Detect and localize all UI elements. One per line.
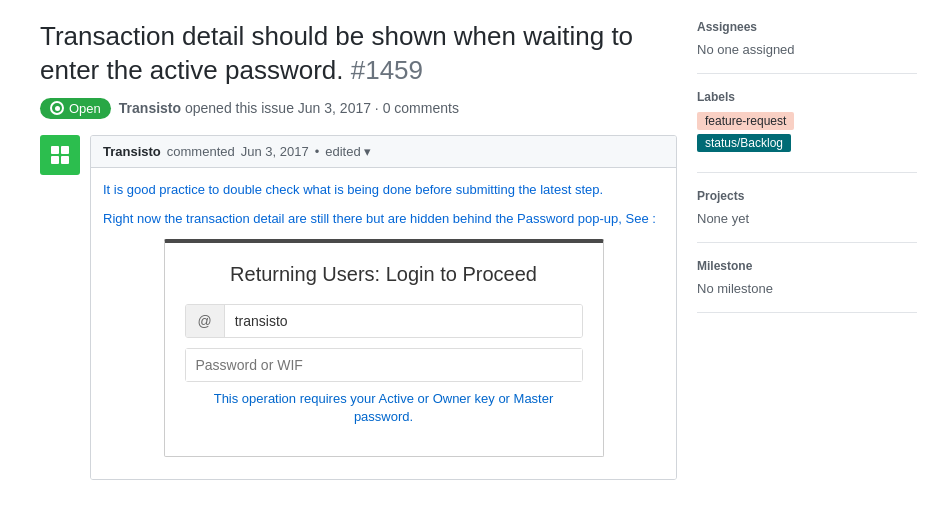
issue-title: Transaction detail should be shown when … <box>40 20 677 88</box>
milestone-value: No milestone <box>697 281 917 296</box>
milestone-section: Milestone No milestone <box>697 243 917 313</box>
author-name[interactable]: Transisto <box>119 100 181 116</box>
comment-line1: It is good practice to double check what… <box>103 180 664 200</box>
projects-value: None yet <box>697 211 917 226</box>
assignees-section: Assignees No one assigned <box>697 20 917 74</box>
open-icon <box>50 101 64 115</box>
issue-meta: Open Transisto opened this issue Jun 3, … <box>40 98 677 119</box>
issue-author: Transisto opened this issue Jun 3, 2017 … <box>119 100 459 116</box>
issue-date: Jun 3, 2017 <box>298 100 371 116</box>
svg-rect-3 <box>61 156 69 164</box>
comment-date: Jun 3, 2017 <box>241 144 309 159</box>
at-prefix: @ <box>186 305 225 337</box>
projects-section: Projects None yet <box>697 173 917 243</box>
login-popup: Returning Users: Login to Proceed @ This… <box>164 239 604 457</box>
labels-title[interactable]: Labels <box>697 90 917 104</box>
username-input[interactable] <box>225 305 582 337</box>
edited-link[interactable]: edited ▾ <box>325 144 371 159</box>
username-input-group: @ <box>185 304 583 338</box>
password-input[interactable] <box>186 349 582 381</box>
password-field[interactable] <box>185 348 583 382</box>
svg-rect-0 <box>51 146 59 154</box>
labels-section: Labels feature-request status/Backlog <box>697 74 917 173</box>
svg-rect-1 <box>61 146 69 154</box>
chevron-down-icon: ▾ <box>364 144 371 159</box>
labels-container: feature-request status/Backlog <box>697 112 917 156</box>
login-popup-title: Returning Users: Login to Proceed <box>185 263 583 286</box>
status-label: Open <box>69 101 101 116</box>
hint-text: This operation requires your Active or O… <box>185 390 583 426</box>
avatar <box>40 135 80 175</box>
comment-action: commented <box>167 144 235 159</box>
svg-rect-2 <box>51 156 59 164</box>
label-status-backlog[interactable]: status/Backlog <box>697 134 791 152</box>
issue-title-text: Transaction detail should be shown when … <box>40 21 633 85</box>
assignees-value: No one assigned <box>697 42 917 57</box>
comment-body: It is good practice to double check what… <box>91 168 676 479</box>
comment-line2: Right now the transaction detail are sti… <box>103 209 664 229</box>
open-badge: Open <box>40 98 111 119</box>
issue-comments[interactable]: 0 comments <box>383 100 459 116</box>
issue-action: opened this issue <box>185 100 294 116</box>
comment-header: Transisto commented Jun 3, 2017 • edited… <box>91 136 676 168</box>
milestone-title[interactable]: Milestone <box>697 259 917 273</box>
assignees-title[interactable]: Assignees <box>697 20 917 34</box>
comment-author[interactable]: Transisto <box>103 144 161 159</box>
comment-box: Transisto commented Jun 3, 2017 • edited… <box>90 135 677 480</box>
issue-number: #1459 <box>351 55 423 85</box>
label-feature-request[interactable]: feature-request <box>697 112 794 130</box>
sidebar: Assignees No one assigned Labels feature… <box>697 20 917 480</box>
projects-title[interactable]: Projects <box>697 189 917 203</box>
at-symbol: @ <box>198 313 212 329</box>
edited-label: edited <box>325 144 360 159</box>
comment-block: Transisto commented Jun 3, 2017 • edited… <box>40 135 677 480</box>
